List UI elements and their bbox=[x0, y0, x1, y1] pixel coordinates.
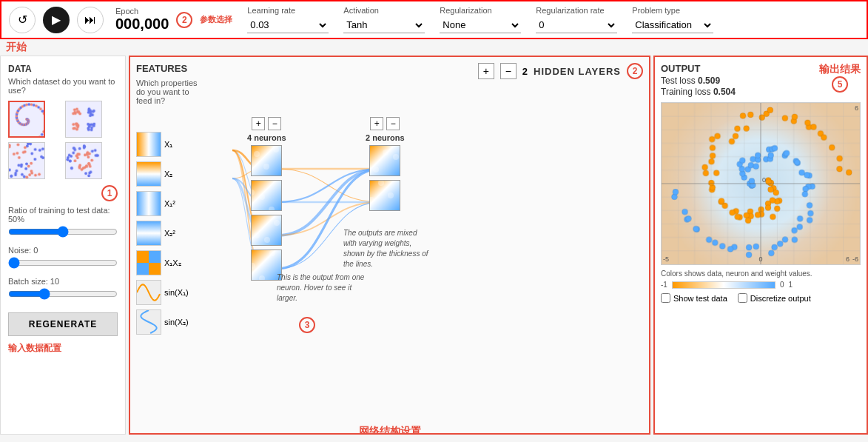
epoch-section: Epoch 000,000 bbox=[115, 7, 169, 33]
layer1-add-neuron[interactable]: + bbox=[252, 117, 265, 130]
discretize-output-checkbox[interactable] bbox=[738, 293, 747, 303]
x-axis-max: 6 bbox=[846, 255, 850, 263]
hidden-layers-header: + − 2 HIDDEN LAYERS 2 bbox=[478, 63, 643, 79]
y-axis-min: -6 bbox=[852, 255, 858, 263]
step-button[interactable]: ⏭ bbox=[77, 7, 104, 33]
legend-section: Colors shows data, neuron and weight val… bbox=[661, 269, 861, 289]
right-panel: OUTPUT Test loss 0.509 Training loss 0.5… bbox=[653, 56, 868, 435]
reset-button[interactable]: ↺ bbox=[9, 7, 36, 33]
output-result-section: 输出结果 5 bbox=[819, 63, 861, 93]
legend-mid: 0 bbox=[780, 281, 784, 289]
left-panel: DATA Which dataset do you want to use? 1 bbox=[0, 56, 126, 435]
ratio-section: Ratio of training to test data: 50% bbox=[8, 206, 118, 240]
test-loss-label: Test loss bbox=[661, 76, 696, 86]
layer1-label: 4 neurons bbox=[247, 133, 286, 142]
features-title: FEATURES bbox=[136, 63, 203, 74]
start-annotation: 开始 bbox=[6, 41, 27, 54]
data-subtitle: Which dataset do you want to use? bbox=[8, 77, 118, 95]
data-title: DATA bbox=[8, 64, 118, 74]
feature-x1: X₁ bbox=[136, 132, 195, 157]
layer2-controls: + − bbox=[370, 117, 400, 130]
regularization-select[interactable]: NoneL1L2 bbox=[440, 17, 521, 33]
show-test-data-check[interactable]: Show test data bbox=[661, 293, 727, 303]
layer2-label: 2 neurons bbox=[366, 133, 405, 142]
ratio-slider[interactable] bbox=[8, 226, 118, 238]
x-axis-zero: 0 bbox=[758, 255, 762, 263]
training-loss-label: Training loss bbox=[661, 87, 711, 97]
regularization-rate-label: Regularization rate bbox=[536, 6, 617, 15]
layer-2: + − 2 neurons bbox=[366, 117, 405, 215]
features-column: X₁ X₂ X₁² X₂² X₁X₂ bbox=[136, 110, 195, 422]
add-layer-button[interactable]: + bbox=[478, 63, 494, 79]
dataset-spiral[interactable] bbox=[8, 101, 45, 138]
legend-text: Colors shows data, neuron and weight val… bbox=[661, 269, 861, 278]
neuron-2-2[interactable] bbox=[369, 180, 400, 211]
feature-x2sq: X₂² bbox=[136, 221, 195, 246]
activation-group: Activation TanhReLUSigmoidLinear bbox=[343, 6, 425, 33]
dataset-circle[interactable] bbox=[65, 142, 102, 179]
neuron-1-1[interactable] bbox=[251, 145, 282, 176]
y-axis-max: 6 bbox=[855, 104, 858, 112]
neuron-2-1[interactable] bbox=[369, 145, 400, 176]
remove-layer-button[interactable]: − bbox=[500, 63, 517, 79]
neuron-1-2[interactable] bbox=[251, 180, 282, 211]
hidden-layers-count: 2 bbox=[522, 66, 528, 77]
learning-rate-select[interactable]: 0.030.0010.010.1 bbox=[247, 17, 329, 33]
discretize-output-check[interactable]: Discretize output bbox=[738, 293, 811, 303]
learning-rate-group: Learning rate 0.030.0010.010.1 bbox=[247, 6, 329, 33]
batch-slider[interactable] bbox=[8, 288, 118, 300]
test-loss-row: Test loss 0.509 bbox=[661, 76, 736, 86]
circle-5: 5 bbox=[832, 76, 848, 93]
regenerate-button[interactable]: REGENERATE bbox=[8, 312, 118, 336]
batch-section: Batch size: 10 bbox=[8, 277, 118, 302]
bottom-checks: Show test data Discretize output bbox=[661, 293, 861, 303]
discretize-output-label: Discretize output bbox=[750, 294, 811, 303]
neuron-annotation: This is the output from one neuron. Hove… bbox=[277, 272, 366, 304]
problem-type-select[interactable]: ClassificationRegression bbox=[632, 17, 713, 33]
x-axis-min: -5 bbox=[663, 255, 669, 263]
layer1-controls: + − bbox=[252, 117, 281, 130]
neuron-1-3[interactable] bbox=[251, 215, 282, 246]
network-svg-area: + − 4 neurons + − 2 neurons bbox=[203, 110, 643, 422]
layer2-remove-neuron[interactable]: − bbox=[386, 117, 400, 130]
learning-rate-label: Learning rate bbox=[247, 6, 329, 15]
legend-min: -1 bbox=[661, 281, 667, 289]
test-loss-value: 0.509 bbox=[698, 76, 720, 86]
regularization-rate-select[interactable]: 00.0010.010.1 bbox=[536, 17, 617, 33]
output-result-annotation: 输出结果 bbox=[819, 63, 861, 76]
top-bar: ↺ ▶ ⏭ Epoch 000,000 2 参数选择 Learning rate… bbox=[0, 0, 868, 39]
epoch-label: Epoch bbox=[115, 7, 169, 16]
noise-label: Noise: 0 bbox=[8, 246, 118, 255]
layer2-add-neuron[interactable]: + bbox=[370, 117, 383, 130]
dataset-xor[interactable] bbox=[8, 142, 45, 179]
layer-1: + − 4 neurons bbox=[247, 117, 286, 284]
feature-x2: X₂ bbox=[136, 161, 195, 187]
circle-3-wrapper: 3 bbox=[299, 317, 315, 333]
noise-section: Noise: 0 bbox=[8, 246, 118, 271]
circle-1: 1 bbox=[101, 185, 118, 201]
param-select-note: 参数选择 bbox=[200, 14, 232, 25]
show-test-data-label: Show test data bbox=[673, 294, 727, 303]
scatter-plot: 6 -6 -5 6 0 bbox=[661, 102, 861, 265]
play-button[interactable]: ▶ bbox=[43, 7, 70, 33]
show-test-data-checkbox[interactable] bbox=[661, 293, 670, 303]
main-layout: DATA Which dataset do you want to use? 1 bbox=[0, 56, 868, 435]
noise-slider[interactable] bbox=[8, 257, 118, 269]
hidden-layers-label: HIDDEN LAYERS bbox=[534, 66, 621, 77]
activation-select[interactable]: TanhReLUSigmoidLinear bbox=[343, 17, 425, 33]
legend-max: 1 bbox=[788, 281, 793, 289]
activation-label: Activation bbox=[343, 6, 425, 15]
circle-2b: 2 bbox=[627, 63, 643, 79]
regularization-rate-group: Regularization rate 00.0010.010.1 bbox=[536, 6, 617, 33]
regularization-label: Regularization bbox=[440, 6, 521, 15]
feature-sinx1: sin(X₁) bbox=[136, 280, 195, 305]
training-loss-row: Training loss 0.504 bbox=[661, 87, 736, 97]
training-loss-value: 0.504 bbox=[713, 87, 736, 97]
layer1-remove-neuron[interactable]: − bbox=[268, 117, 281, 130]
dataset-grid bbox=[8, 101, 118, 179]
network-config-annotation: 网络结构设置 bbox=[136, 425, 643, 435]
dataset-clusters[interactable] bbox=[65, 101, 102, 138]
feature-x1sq: X₁² bbox=[136, 191, 195, 216]
ratio-label: Ratio of training to test data: 50% bbox=[8, 206, 118, 224]
regularization-group: Regularization NoneL1L2 bbox=[440, 6, 521, 33]
